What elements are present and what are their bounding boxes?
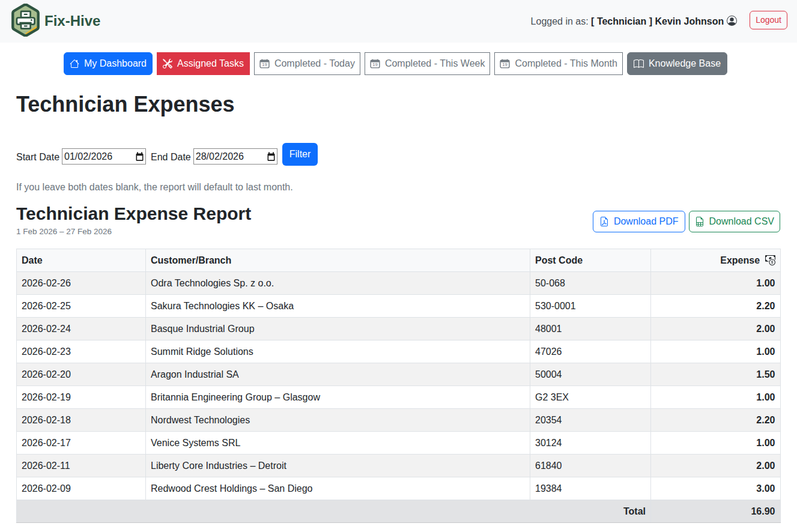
svg-text:19: 19 xyxy=(503,62,508,67)
svg-text:19: 19 xyxy=(262,62,267,67)
svg-text:19: 19 xyxy=(372,62,377,67)
